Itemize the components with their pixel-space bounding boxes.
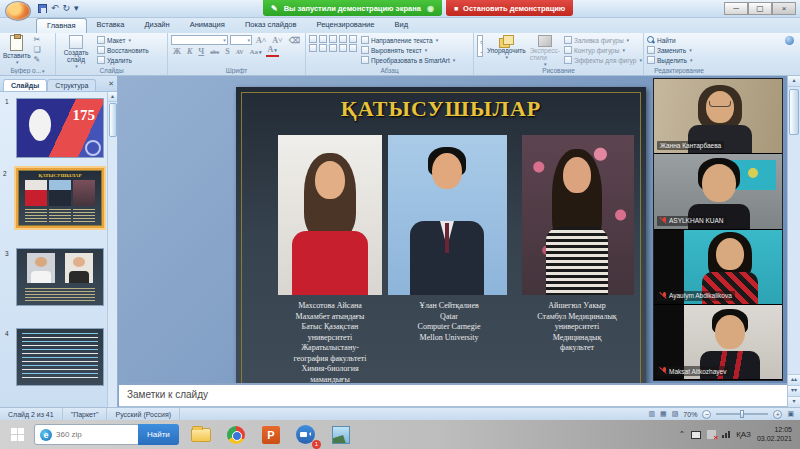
character-spacing-button[interactable]: AV — [234, 49, 246, 55]
shapes-gallery[interactable]: ▭╲□○△ ⌣{}☆ — [477, 35, 483, 57]
current-slide[interactable]: ҚАТЫСУШЫЛАР Мах — [236, 87, 646, 383]
copy-icon[interactable]: ❏ — [34, 45, 41, 54]
minimize-button[interactable]: ─ — [724, 2, 748, 15]
cut-icon[interactable]: ✂ — [34, 35, 41, 44]
italic-button[interactable]: К — [185, 47, 194, 56]
start-button[interactable] — [0, 420, 34, 449]
group-label-clipboard[interactable]: Буфер о... — [0, 67, 55, 74]
next-slide-button[interactable]: ▾▾ — [788, 385, 800, 396]
paste-button[interactable]: Вставить — [3, 35, 31, 65]
numbering-icon[interactable] — [319, 35, 327, 43]
select-button[interactable]: Выделить — [647, 55, 711, 65]
scroll-up-icon[interactable]: ▴ — [108, 92, 117, 102]
tab-home[interactable]: Главная — [36, 18, 87, 33]
main-scrollbar[interactable]: ▴ ▴▴ ▾▾ ▾ — [787, 76, 800, 407]
tab-slides-thumbnails[interactable]: Слайды — [3, 79, 47, 91]
tab-design[interactable]: Дизайн — [134, 18, 179, 33]
columns-icon[interactable] — [349, 44, 357, 52]
clear-formatting-button[interactable]: ⌫ — [287, 36, 302, 45]
theme-name[interactable]: "Паркет" — [63, 408, 108, 420]
group-label-drawing[interactable]: Рисование — [474, 67, 643, 74]
increase-indent-icon[interactable] — [339, 35, 347, 43]
bullets-icon[interactable] — [309, 35, 317, 43]
help-icon[interactable] — [785, 36, 794, 45]
powerpoint-icon[interactable]: P — [258, 422, 284, 448]
tab-view[interactable]: Вид — [384, 18, 418, 33]
delete-slide-button[interactable]: Удалить — [97, 55, 149, 65]
taskbar-search-input[interactable]: e 360 zip — [34, 424, 140, 445]
slide-sorter-icon[interactable]: ▦ — [660, 410, 667, 418]
bold-button[interactable]: Ж — [171, 47, 183, 56]
file-explorer-icon[interactable] — [188, 422, 214, 448]
shrink-font-button[interactable]: A˅ — [270, 36, 284, 45]
new-slide-button[interactable]: Создать слайд — [59, 35, 93, 69]
align-center-icon[interactable] — [319, 44, 327, 52]
fit-to-window-icon[interactable]: ▣ — [787, 410, 794, 418]
tab-slideshow[interactable]: Показ слайдов — [235, 18, 307, 33]
tab-insert[interactable]: Вставка — [87, 18, 135, 33]
replace-button[interactable]: Заменить — [647, 45, 711, 55]
group-label-editing[interactable]: Редактирование — [644, 67, 714, 74]
tab-outline[interactable]: Структура — [47, 79, 96, 91]
group-label-slides[interactable]: Слайды — [56, 67, 167, 74]
view-icon[interactable] — [427, 4, 434, 13]
video-tile-3[interactable]: Ayaulym Abdikalikova — [654, 230, 782, 305]
group-label-paragraph[interactable]: Абзац — [306, 67, 473, 74]
grow-font-button[interactable]: A˄ — [254, 36, 268, 45]
scroll-down-icon[interactable]: ▾ — [788, 396, 800, 407]
close-pane-icon[interactable]: ✕ — [108, 80, 114, 88]
slide-thumbnail-2-selected[interactable]: 2 ҚАТЫСУШЫЛАР — [16, 168, 104, 228]
zoom-knob[interactable] — [740, 410, 744, 418]
decrease-indent-icon[interactable] — [329, 35, 337, 43]
stop-share-button[interactable]: Остановить демонстрацию — [446, 0, 573, 16]
close-button[interactable]: × — [772, 2, 796, 15]
slideshow-view-icon[interactable]: ▨ — [672, 410, 679, 418]
line-spacing-icon[interactable] — [349, 35, 357, 43]
zoom-level[interactable]: 70% — [683, 411, 697, 418]
shape-outline-button[interactable]: Контур фигуры — [564, 45, 642, 55]
scroll-up-icon[interactable]: ▴ — [788, 76, 800, 87]
shape-effects-button[interactable]: Эффекты для фигур — [564, 55, 642, 65]
align-right-icon[interactable] — [329, 44, 337, 52]
save-icon[interactable] — [38, 4, 47, 13]
language-indicator[interactable]: Русский (Россия) — [107, 408, 180, 420]
annotate-icon[interactable] — [271, 4, 278, 13]
justify-icon[interactable] — [339, 44, 347, 52]
font-size-select[interactable] — [230, 35, 252, 45]
normal-view-icon[interactable]: ▥ — [648, 410, 655, 418]
zoom-slider[interactable] — [716, 413, 768, 415]
arrange-button[interactable]: Упорядочить — [487, 35, 526, 67]
text-direction-button[interactable]: Направление текста — [361, 35, 455, 45]
tray-expand-icon[interactable]: ⌃ — [679, 430, 686, 439]
format-painter-icon[interactable]: ✎ — [34, 55, 41, 64]
shape-fill-button[interactable]: Заливка фигуры — [564, 35, 642, 45]
text-shadow-button[interactable]: S — [223, 47, 231, 56]
zoom-in-button[interactable]: + — [773, 410, 782, 419]
undo-icon[interactable]: ↶ — [51, 2, 59, 14]
change-case-button[interactable]: Аа — [248, 48, 264, 56]
thumbnails-scrollbar[interactable]: ▴ — [107, 92, 117, 407]
network-error-icon[interactable] — [707, 430, 716, 439]
scrollbar-thumb[interactable] — [789, 89, 799, 135]
font-color-button[interactable]: А — [266, 46, 279, 57]
office-button-icon[interactable] — [5, 1, 31, 21]
slide-thumbnail-4[interactable]: 4 — [16, 328, 104, 386]
signal-icon[interactable] — [722, 431, 730, 438]
video-tile-1[interactable]: Жанна Кантарбаева — [654, 79, 782, 154]
zoom-out-button[interactable]: − — [702, 410, 711, 419]
redo-icon[interactable]: ↻ — [63, 2, 71, 14]
scrollbar-thumb[interactable] — [109, 103, 117, 137]
group-label-font[interactable]: Шрифт — [168, 67, 305, 74]
font-name-select[interactable] — [171, 35, 228, 45]
video-tile-4[interactable]: Maksat Aitkozhayev — [654, 305, 782, 380]
video-call-app-icon[interactable]: 1 — [293, 422, 319, 448]
smartart-button[interactable]: Преобразовать в SmartArt — [361, 55, 455, 65]
photos-app-icon[interactable] — [328, 422, 354, 448]
align-text-button[interactable]: Выровнять текст — [361, 45, 455, 55]
reset-button[interactable]: Восстановить — [97, 45, 149, 55]
previous-slide-button[interactable]: ▴▴ — [788, 374, 800, 385]
restore-button[interactable]: ▢ — [748, 2, 772, 15]
strikethrough-button[interactable]: abc — [208, 49, 221, 55]
underline-button[interactable]: Ч — [196, 47, 206, 56]
tray-language[interactable]: ҚАЗ — [736, 430, 751, 439]
